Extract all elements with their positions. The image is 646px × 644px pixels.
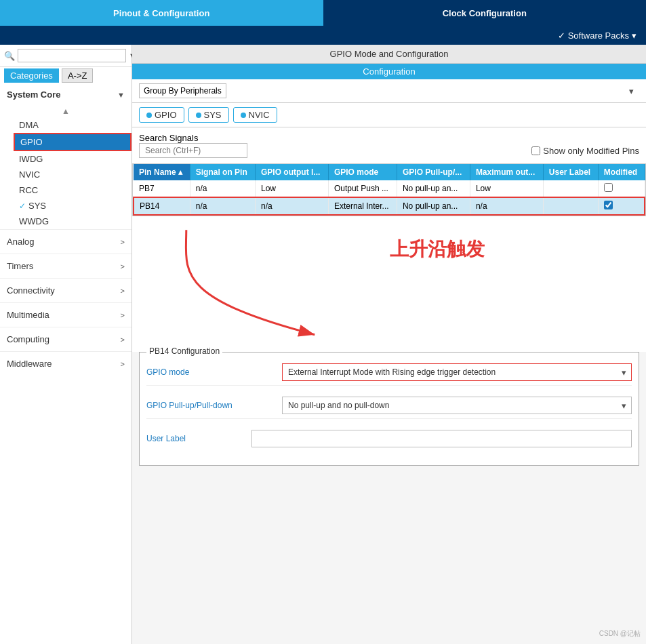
multimedia-arrow: > <box>121 311 125 319</box>
th-gpio-pull[interactable]: GPIO Pull-up/... <box>397 164 470 180</box>
cell-mode: Output Push ... <box>328 180 397 197</box>
connectivity-arrow: > <box>121 287 125 295</box>
tab-categories[interactable]: Categories <box>4 68 59 83</box>
cell-max: Low <box>470 180 543 197</box>
config-label-user-label: User Label <box>146 434 251 443</box>
nvic-dot <box>241 113 246 118</box>
pb14-modified-checkbox[interactable] <box>604 201 613 209</box>
cell-output-pb14: n/a <box>255 197 328 215</box>
analog-arrow: > <box>121 238 125 246</box>
sidebar-tabs: Categories A->Z <box>0 67 132 84</box>
config-select-gpio-mode[interactable]: External Interrupt Mode with Rising edge… <box>282 363 632 381</box>
config-row-gpio-mode: GPIO mode External Interrupt Mode with R… <box>146 359 632 386</box>
show-modified-row: Show only Modified Pins <box>531 146 639 156</box>
sidebar-category-computing[interactable]: Computing > <box>0 327 132 351</box>
pb14-config-title: PB14 Configuration <box>146 346 222 356</box>
computing-arrow: > <box>121 336 125 344</box>
sidebar-item-nvic[interactable]: NVIC <box>14 167 132 182</box>
cell-mode-pb14: External Inter... <box>328 197 397 215</box>
gpio-mode-title: GPIO Mode and Configuration <box>132 45 646 64</box>
table-row[interactable]: PB7 n/a Low Output Push ... No pull-up a… <box>134 180 645 197</box>
gpio-tabs-row: GPIO SYS NVIC <box>132 103 646 127</box>
cell-signal: n/a <box>190 180 255 197</box>
th-gpio-output[interactable]: GPIO output l... <box>255 164 328 180</box>
th-pin-name[interactable]: Pin Name ▴ <box>134 164 190 180</box>
tab-gpio[interactable]: GPIO <box>139 107 184 123</box>
config-header: Configuration <box>132 64 646 79</box>
pinout-header: Pinout & Configuration <box>0 0 323 26</box>
collapse-arrow: ▲ <box>0 105 132 117</box>
sidebar-search-row: 🔍 ▼ ⚙ <box>0 45 132 67</box>
system-core-section: System Core ▼ ▲ DMA GPIO IWDG NVIC RCC <box>0 84 132 229</box>
software-chevron-right: ▾ <box>632 31 637 41</box>
cell-label <box>543 180 598 197</box>
annotation-area: 上升沿触发 <box>132 216 646 352</box>
chinese-annotation-text: 上升沿触发 <box>390 237 485 262</box>
th-modified[interactable]: Modified <box>598 164 645 180</box>
cell-modified-pb14 <box>598 197 645 215</box>
th-signal[interactable]: Signal on Pin <box>190 164 255 180</box>
watermark: CSDN @记帖 <box>599 629 641 639</box>
group-by-row: Group By Peripherals <box>132 79 646 103</box>
sidebar-item-wwdg[interactable]: WWDG <box>14 214 132 229</box>
config-select-wrapper-pull: No pull-up and no pull-down <box>282 397 632 414</box>
tab-nvic[interactable]: NVIC <box>233 107 277 123</box>
table-annotation-area: Pin Name ▴ Signal on Pin GPIO output l..… <box>132 163 646 352</box>
sidebar: 🔍 ▼ ⚙ Categories A->Z System Core ▼ ▲ DM… <box>0 45 132 644</box>
cell-pull-pb14: No pull-up an... <box>397 197 470 215</box>
sys-dot <box>196 113 201 118</box>
signal-search-input[interactable] <box>139 143 247 158</box>
software-chevron-left: ✓ <box>558 31 565 41</box>
table-row-selected[interactable]: PB14 n/a n/a External Inter... No pull-u… <box>134 197 645 215</box>
config-label-gpio-mode: GPIO mode <box>146 367 282 377</box>
sidebar-category-analog[interactable]: Analog > <box>0 229 132 254</box>
content-inner: GPIO Mode and Configuration Configuratio… <box>132 45 646 466</box>
timers-arrow: > <box>121 262 125 270</box>
clock-header: Clock Configuration <box>323 0 647 26</box>
th-max-out[interactable]: Maximum out... <box>470 164 543 180</box>
system-core-arrow: ▼ <box>117 91 125 99</box>
sidebar-item-rcc[interactable]: RCC <box>14 182 132 198</box>
th-gpio-mode[interactable]: GPIO mode <box>328 164 397 180</box>
gpio-table: Pin Name ▴ Signal on Pin GPIO output l..… <box>133 164 645 216</box>
cell-max-pb14: n/a <box>470 197 543 215</box>
cell-output: Low <box>255 180 328 197</box>
config-select-pull[interactable]: No pull-up and no pull-down <box>282 397 632 414</box>
sidebar-category-connectivity[interactable]: Connectivity > <box>0 278 132 302</box>
signal-search-area: Search Signals Show only Modified Pins <box>132 127 646 163</box>
sidebar-category-multimedia[interactable]: Multimedia > <box>0 302 132 327</box>
sidebar-category-middleware[interactable]: Middleware > <box>0 351 132 376</box>
group-by-select[interactable]: Group By Peripherals <box>139 83 226 98</box>
signal-search-row: Show only Modified Pins <box>139 143 639 158</box>
pb14-config-section: PB14 Configuration GPIO mode External In… <box>139 352 639 466</box>
cell-pull: No pull-up an... <box>397 180 470 197</box>
cell-signal-pb14: n/a <box>190 197 255 215</box>
sidebar-item-gpio[interactable]: GPIO <box>14 133 132 151</box>
th-user-label[interactable]: User Label <box>543 164 598 180</box>
sidebar-category-timers[interactable]: Timers > <box>0 254 132 278</box>
gpio-dot <box>146 113 152 118</box>
sidebar-item-iwdg[interactable]: IWDG <box>14 151 132 167</box>
config-select-wrapper-gpio-mode: External Interrupt Mode with Rising edge… <box>282 363 632 381</box>
show-modified-checkbox[interactable] <box>531 146 540 155</box>
system-core-items: DMA GPIO IWDG NVIC RCC ✓ SYS <box>0 117 132 229</box>
sys-check-icon: ✓ <box>19 201 26 211</box>
gpio-table-wrapper: Pin Name ▴ Signal on Pin GPIO output l..… <box>132 163 646 216</box>
cell-pin: PB7 <box>134 180 190 197</box>
search-input[interactable] <box>18 49 126 62</box>
tab-sys[interactable]: SYS <box>188 107 229 123</box>
config-label-pull: GPIO Pull-up/Pull-down <box>146 401 282 410</box>
system-core-header[interactable]: System Core ▼ <box>0 84 132 105</box>
sidebar-item-sys[interactable]: ✓ SYS <box>14 198 132 214</box>
tab-az[interactable]: A->Z <box>62 68 94 83</box>
cell-label-pb14 <box>543 197 598 215</box>
sidebar-item-dma[interactable]: DMA <box>14 117 132 133</box>
config-row-pull: GPIO Pull-up/Pull-down No pull-up and no… <box>146 393 632 419</box>
search-signals-label: Search Signals <box>139 133 639 143</box>
config-input-user-label[interactable] <box>251 430 632 447</box>
middleware-arrow: > <box>121 360 125 368</box>
search-icon: 🔍 <box>4 51 15 61</box>
pb7-modified-checkbox[interactable] <box>604 183 613 192</box>
arrow-overlay <box>132 216 646 352</box>
cell-pin-pb14: PB14 <box>134 197 190 215</box>
